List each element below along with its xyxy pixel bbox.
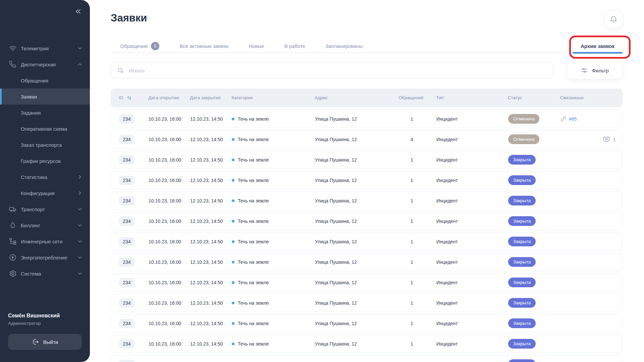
table-row[interactable]: 23410.10.23, 16:0012.10.23, 14:50Течь на… <box>111 253 623 271</box>
cell-id: 234 <box>111 196 141 205</box>
sidebar-item-label: Транспорт <box>21 206 77 212</box>
sidebar-item-statistics[interactable]: Статистика <box>0 169 90 185</box>
cell-status: Отменена <box>500 134 552 144</box>
sidebar-item-transport[interactable]: Транспорт <box>0 201 90 217</box>
cell-appeals: 1 <box>391 219 428 224</box>
category-label: Течь на земле <box>238 198 269 203</box>
user-role: Администратор <box>8 321 82 326</box>
sidebar: ТелеметрияДиспетчерскаяОбращенияЗаявкиЗа… <box>0 0 90 362</box>
cell-type: Инцидент <box>428 157 500 163</box>
sort-icon[interactable] <box>126 95 132 101</box>
logout-button[interactable]: Выйти <box>8 334 82 350</box>
sidebar-collapse-button[interactable] <box>73 6 84 17</box>
status-badge: Отменена <box>508 114 539 124</box>
cell-category: Течь на земле <box>224 178 307 183</box>
status-badge: Закрыта <box>508 155 536 165</box>
cell-date-opened: 10.10.23, 16:00 <box>141 300 182 306</box>
sidebar-item-resource-schedule[interactable]: График ресурсов <box>0 153 90 169</box>
table-row[interactable]: 23410.10.23, 16:0012.10.23, 14:50Течь на… <box>111 335 623 353</box>
sidebar-item-configuration[interactable]: Конфигурация <box>0 185 90 201</box>
notifications-button[interactable] <box>604 10 623 28</box>
cell-status: Закрыта <box>500 155 552 165</box>
search-input[interactable] <box>128 67 547 74</box>
sidebar-item-energy-consumption[interactable]: Энергопотребление <box>0 249 90 265</box>
status-badge: Закрыта <box>508 318 536 328</box>
cell-id: 234 <box>111 257 141 267</box>
tab-all-active[interactable]: Все активные заявки <box>178 40 230 53</box>
cell-id: 234 <box>111 114 141 124</box>
sidebar-item-operational-scheme[interactable]: Оперативная схема <box>0 121 90 137</box>
truck-icon <box>9 205 17 213</box>
sidebar-nav: ТелеметрияДиспетчерскаяОбращенияЗаявкиЗа… <box>0 40 90 282</box>
tab-new[interactable]: Новые <box>247 40 265 53</box>
cell-address: Улица Пушкина, 12 <box>307 116 391 122</box>
comment-icon[interactable] <box>603 136 610 143</box>
column-header-id[interactable]: ID <box>111 95 140 101</box>
chevron-down-icon <box>77 239 83 244</box>
category-dot-icon <box>232 240 234 243</box>
sidebar-item-transport-order[interactable]: Заказ транспорта <box>0 137 90 153</box>
cell-type: Инцидент <box>428 300 500 306</box>
appeals-count: 1 <box>399 341 425 347</box>
id-pill: 234 <box>119 114 135 124</box>
table-row[interactable]: 23410.10.23, 16:0012.10.23, 14:50Течь на… <box>111 355 623 362</box>
cell-status: Закрыта <box>500 257 552 267</box>
cell-category: Течь на земле <box>224 259 307 265</box>
sidebar-item-telemetry[interactable]: Телеметрия <box>0 40 90 56</box>
cell-id: 234 <box>111 360 141 362</box>
sidebar-item-dispatch[interactable]: Диспетчерская <box>0 56 90 72</box>
cell-appeals: 1 <box>391 321 428 326</box>
table-row[interactable]: 23410.10.23, 16:0012.10.23, 14:50Течь на… <box>111 130 623 148</box>
search-icon <box>117 67 124 74</box>
table-row[interactable]: 23410.10.23, 16:0012.10.23, 14:50Течь на… <box>111 232 623 251</box>
cell-id: 234 <box>111 155 141 165</box>
chevron-down-icon <box>77 271 83 276</box>
gear-icon <box>9 269 17 278</box>
appeals-count: 1 <box>399 116 425 122</box>
tab-planned[interactable]: Запланированы <box>324 40 364 53</box>
cell-type: Инцидент <box>428 341 500 347</box>
column-header-address: Адрес <box>307 95 390 101</box>
tabs: Обращения5Все активные заявкиНовыеВ рабо… <box>111 40 623 53</box>
category-dot-icon <box>232 138 234 141</box>
appeals-count: 1 <box>399 259 425 265</box>
tab-label: Все активные заявки <box>179 43 228 49</box>
table-row[interactable]: 23410.10.23, 16:0012.10.23, 14:50Течь на… <box>111 212 623 230</box>
id-pill: 234 <box>119 298 135 308</box>
sidebar-item-appeals[interactable]: Обращения <box>0 72 90 88</box>
sidebar-item-billing[interactable]: Биллинг <box>0 217 90 233</box>
table-row[interactable]: 23410.10.23, 16:0012.10.23, 14:50Течь на… <box>111 171 623 189</box>
table-row[interactable]: 23410.10.23, 16:0012.10.23, 14:50Течь на… <box>111 150 623 169</box>
table-row[interactable]: 23410.10.23, 16:0012.10.23, 14:50Течь на… <box>111 294 623 312</box>
sidebar-item-system[interactable]: Система <box>0 265 90 282</box>
sidebar-item-requests[interactable]: Заявки <box>0 88 90 105</box>
cell-status: Закрыта <box>500 318 552 328</box>
related-link[interactable]: #65 <box>569 116 577 122</box>
sidebar-item-label: Инженерные сети <box>21 239 77 244</box>
cell-id: 234 <box>111 298 141 308</box>
table-row[interactable]: 23410.10.23, 16:0012.10.23, 14:50Течь на… <box>111 273 623 292</box>
comments-count: 1 <box>613 137 615 142</box>
cell-id: 234 <box>111 176 141 185</box>
column-label: Связанные <box>560 95 584 100</box>
cell-category: Течь на земле <box>224 137 307 142</box>
column-label: Дата закрытия <box>190 95 221 100</box>
tab-in-progress[interactable]: В работе <box>283 40 307 53</box>
cell-address: Улица Пушкина, 12 <box>307 239 391 244</box>
filter-button[interactable]: Фильтр <box>567 62 623 79</box>
cell-appeals: 1 <box>391 280 428 285</box>
table-row[interactable]: 23410.10.23, 16:0012.10.23, 14:50Течь на… <box>111 314 623 333</box>
tab-archive[interactable]: Архив заявок <box>573 40 623 53</box>
tab-appeals[interactable]: Обращения5 <box>119 40 161 53</box>
cell-date-opened: 10.10.23, 16:00 <box>141 321 182 326</box>
sidebar-item-tasks[interactable]: Задания <box>0 105 90 121</box>
toolbar: Фильтр <box>111 62 623 79</box>
table-row[interactable]: 23410.10.23, 16:0012.10.23, 14:50Течь на… <box>111 110 623 128</box>
sidebar-item-engineering-networks[interactable]: Инженерные сети <box>0 233 90 249</box>
table-row[interactable]: 23410.10.23, 16:0012.10.23, 14:50Течь на… <box>111 191 623 210</box>
id-pill: 234 <box>119 339 135 349</box>
logout-icon <box>32 338 39 346</box>
cell-id: 234 <box>111 217 141 226</box>
cell-id: 234 <box>111 278 141 287</box>
double-chevron-left-icon <box>74 8 83 15</box>
